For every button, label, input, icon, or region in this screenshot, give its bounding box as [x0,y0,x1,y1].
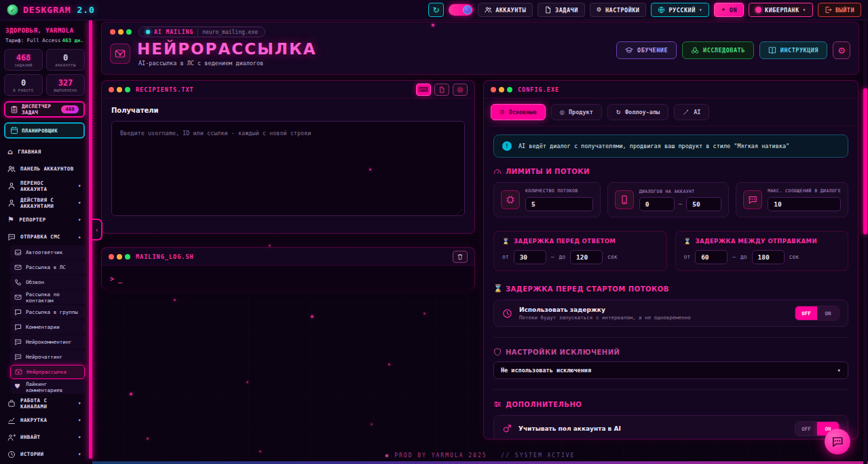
page-title: НЕЙРОРАССЫЛКА [137,40,317,58]
field-label: КОЛИЧЕСТВО ПОТОКОВ [525,188,593,194]
file-tab[interactable]: AI MAILING neuro_mailing.exe [138,26,265,37]
sidebar-item-channels[interactable]: РАБОТА С КАНАЛАМИ▾ [4,395,85,412]
close-dot[interactable] [110,29,115,35]
stat-label: ВЫПОЛНЕНО [48,88,83,92]
send-delay-from-input[interactable] [695,250,728,264]
clear-log-button[interactable] [453,251,468,263]
main-area: AI MAILING neuro_mailing.exe НЕЙРОРАССЫЛ… [92,20,868,464]
tab-followups[interactable]: ↻Фоллоу-апы [607,104,668,120]
divider [493,389,848,390]
use-delay-card: Использовать задержку Потоки будут запус… [493,300,848,327]
threads-input[interactable] [525,197,593,211]
hourglass-icon: ⌛ [502,238,510,245]
close-dot[interactable] [109,254,114,260]
minimize-dot[interactable] [117,87,122,92]
accounts-button[interactable]: АККАУНТЫ [478,3,533,17]
sidebar-item-invite[interactable]: ИНВАЙТ▾ [4,429,85,446]
sidebar-item-contacts-mailing[interactable]: Рассылка по контактам [10,290,85,304]
tab-main[interactable]: ⚙Основные [491,104,546,120]
sidebar-collapse-button[interactable]: ‹ [92,219,102,240]
tasks-button[interactable]: ЗАДАЧИ [537,3,585,17]
refresh-button[interactable]: ↻ [428,3,444,17]
use-delay-toggle[interactable]: OFF ON [795,306,839,321]
reply-delay-to-input[interactable] [570,250,603,264]
scrollbar-track[interactable] [863,20,867,464]
sidebar-item-account-transfer[interactable]: ПЕРЕНОС АККАУНТА▾ [4,177,85,194]
chevron-down-icon: ▾ [78,200,81,206]
settings-button[interactable]: ⚙НАСТРОЙКИ [590,3,647,17]
sidebar-item-account-actions[interactable]: ДЕЙСТВИЯ С АККАУНТАМИ▾ [4,194,85,211]
sidebar-item-reporter[interactable]: ⚑РЕПОРТЕР▾ [4,211,85,228]
scrollbar-thumb[interactable] [863,88,867,234]
sidebar-item-stories[interactable]: ИСТОРИИ▾ [4,446,85,463]
stat-value: 0 [48,53,83,63]
reply-delay-from-input[interactable] [514,250,546,264]
minimize-dot[interactable] [499,87,504,92]
load-file-button[interactable] [434,84,449,96]
recipients-textarea[interactable] [112,122,464,215]
sidebar-item-autoresponder[interactable]: Автоответчик [10,245,85,260]
sidebar-item-boosting[interactable]: НАКРУТКА▾ [4,412,85,429]
header-settings-button[interactable]: ⚙ [833,41,850,59]
manual-input-button[interactable]: ⌨ [416,84,431,96]
training-button[interactable]: ОБУЧЕНИЕ [616,41,677,59]
language-dropdown[interactable]: РУССКИЙ▾ [651,3,709,17]
parse-button[interactable]: ◎ [453,84,468,96]
sidebar-item-neuro-chatting[interactable]: Нейрочаттинг [10,350,85,364]
minimize-dot[interactable] [118,29,124,35]
section-title: ЗАДЕРЖКА ПЕРЕД СТАРТОМ ПОТОКОВ [506,285,669,293]
sidebar-item-home[interactable]: ⌂ГЛАВНАЯ [4,143,85,160]
support-chat-button[interactable] [825,429,850,454]
close-dot[interactable] [491,87,496,92]
sidebar-item-sms-sending[interactable]: ОТПРАВКА СМС▴ [4,228,85,245]
max-messages-input[interactable] [768,197,841,211]
tab-product[interactable]: ◎Продукт [551,104,602,120]
dialogs-max-input[interactable] [686,197,721,211]
manual-button[interactable]: ИНСТРУКЦИЯ [759,41,827,59]
sidebar-item-dm-mailing[interactable]: Рассылка в ЛС [10,260,85,274]
maximize-dot[interactable] [126,29,132,35]
chevron-down-icon: ▾ [78,451,81,457]
sound-toggle-button[interactable]: ✦ON [714,3,744,17]
refresh-icon: ↻ [433,6,440,14]
sidebar-item-comment-liking[interactable]: ♥Лайкинг комментариев [10,380,85,394]
tab-ai[interactable]: AI [674,104,709,120]
theme-toggle[interactable] [449,4,473,16]
sidebar-item-calls[interactable]: Обзвон [10,275,85,289]
button-label: ИНСТРУКЦИЯ [780,47,818,54]
app-logo[interactable]: ✓ DESKGRAM 2.0 [7,4,95,16]
logout-button[interactable]: ВЫЙТИ [818,3,861,17]
dialogs-min-input[interactable] [639,197,675,211]
task-dispatcher-button[interactable]: ДИСПЕТЧЕР ЗАДАЧ 468 [4,101,85,118]
theme-dropdown[interactable]: КИБЕРПАНК▾ [749,3,813,17]
option-description: Потоки будут запускаться с интервалом, а… [519,315,691,321]
sidebar-item-neuro-commenting[interactable]: Нейрокомментинг [10,335,85,349]
toggle-on-option[interactable]: ON [817,306,839,320]
send-delay-to-input[interactable] [752,250,785,264]
exceptions-select[interactable]: Не использовать исключения ▾ [493,361,848,379]
maximize-dot[interactable] [125,87,130,92]
sidebar-item-comments[interactable]: Комментарии [10,320,85,334]
sidebar-item-neuro-mailing[interactable]: Нейрорассылка [10,365,85,379]
sidebar-item-group-mailing[interactable]: Рассылка в группы [10,305,85,319]
particle-dot [311,315,314,318]
gear-icon: ⚙ [837,46,846,55]
explore-button[interactable]: ИССЛЕДОВАТЬ [682,41,754,59]
minimize-dot[interactable] [117,254,122,260]
log-terminal[interactable]: > _ [102,266,474,289]
toggle-off-option[interactable]: OFF [795,306,817,320]
stat-tasks: 468ЗАДАНИЙ [4,49,43,71]
close-dot[interactable] [109,87,114,92]
toggle-off-option[interactable]: OFF [795,422,817,435]
comment-icon [14,323,22,331]
sidebar-item-accounts-panel[interactable]: ПАНЕЛЬ АККАУНТОВ [4,160,85,177]
item-label: ИСТОРИИ [20,451,43,457]
particle-dot [269,245,271,247]
scheduler-button[interactable]: ПЛАНИРОВЩИК [4,122,85,139]
maximize-dot[interactable] [125,254,130,260]
config-window: CONFIG.EXE ⚙Основные ◎Продукт ↻Фоллоу-ап… [483,80,858,440]
window-title: MAILING_LOG.SH [136,253,194,260]
threads-card: КОЛИЧЕСТВО ПОТОКОВ [493,182,601,217]
clock-icon [7,450,16,459]
maximize-dot[interactable] [507,87,512,92]
